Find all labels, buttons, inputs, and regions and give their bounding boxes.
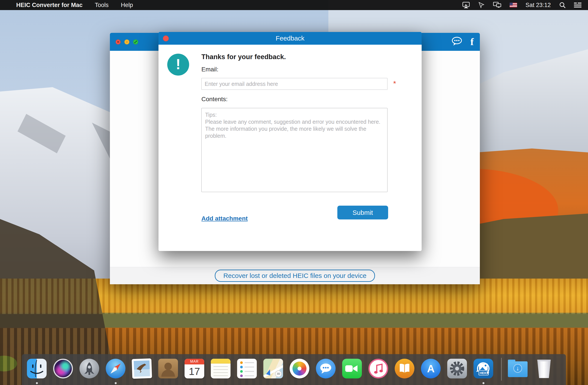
feedback-dialog: Feedback ! Thanks for your feedback. Ema… — [159, 32, 422, 251]
dock-icon-books[interactable] — [395, 359, 414, 378]
facebook-icon[interactable]: f — [470, 37, 474, 47]
main-window-footer: Recover lost or deleted HEIC files on yo… — [110, 267, 480, 284]
pointer-icon[interactable] — [478, 2, 485, 8]
feedback-dialog-titlebar[interactable]: Feedback — [159, 32, 422, 45]
menu-tools[interactable]: Tools — [95, 2, 108, 9]
contents-label: Contents: — [201, 96, 228, 103]
dock-icon-reminders[interactable] — [237, 359, 257, 378]
email-field[interactable] — [201, 78, 387, 90]
dock-icon-siri[interactable] — [53, 359, 73, 378]
spotlight-search-icon[interactable] — [559, 2, 566, 8]
display-mirroring-icon[interactable] — [462, 2, 470, 8]
dock-icon-messages[interactable] — [316, 359, 336, 378]
dock-icon-facetime[interactable] — [342, 359, 362, 378]
running-indicator-safari — [115, 382, 117, 384]
add-attachment-link[interactable]: Add attachment — [201, 215, 248, 222]
dock-icon-calendar[interactable]: MAR 17 — [185, 359, 204, 378]
dock-icon-safari[interactable] — [106, 359, 126, 378]
dock-icon-system-preferences[interactable] — [447, 359, 467, 378]
traffic-lights: ✕ − — [116, 40, 138, 44]
calendar-month: MAR — [185, 359, 204, 364]
dialog-heading: Thanks for your feedback. — [201, 53, 286, 61]
dock-icon-finder[interactable] — [27, 359, 47, 378]
close-window-button[interactable]: ✕ — [116, 40, 121, 44]
email-label: Email: — [201, 66, 218, 73]
zoom-window-button[interactable] — [133, 40, 138, 44]
app-menu-title[interactable]: HEIC Converter for Mac — [16, 2, 83, 9]
heic-badge: HEIC — [479, 370, 489, 375]
desktop: HEIC Converter for Mac Tools Help Sat 23… — [0, 0, 588, 385]
dock-icon-notes[interactable] — [211, 359, 231, 378]
dock-divider — [501, 358, 502, 381]
dock-icon-contacts[interactable] — [158, 359, 178, 378]
dock-icon-trash[interactable] — [534, 359, 554, 378]
dock-icon-mail[interactable] — [132, 359, 152, 378]
required-asterisk: * — [393, 79, 396, 88]
submit-button[interactable]: Submit — [337, 206, 388, 219]
dock-icon-heic-converter[interactable]: HEIC — [474, 359, 493, 378]
dock: MAR 17 3D — [22, 354, 566, 385]
us-flag-icon[interactable] — [510, 3, 517, 7]
dock-icon-itunes[interactable] — [368, 359, 388, 378]
dock-icon-photos[interactable] — [290, 359, 309, 378]
menu-help[interactable]: Help — [121, 2, 133, 9]
feedback-chat-icon[interactable] — [451, 36, 462, 47]
displays-icon[interactable] — [493, 2, 501, 8]
recover-heic-files-button[interactable]: Recover lost or deleted HEIC files on yo… — [215, 270, 375, 282]
menu-bar-clock[interactable]: Sat 23:12 — [525, 2, 551, 9]
dock-icon-app-store[interactable]: A — [421, 359, 441, 378]
notification-center-icon[interactable] — [574, 2, 581, 8]
menu-bar: HEIC Converter for Mac Tools Help Sat 23… — [0, 0, 588, 10]
calendar-day: 17 — [185, 364, 204, 378]
running-indicator-finder — [36, 382, 38, 384]
running-indicator-heic — [483, 382, 484, 384]
dock-icon-downloads[interactable]: ↓ — [508, 359, 527, 378]
exclamation-circle-icon: ! — [167, 54, 189, 76]
dock-icon-launchpad[interactable] — [80, 359, 99, 378]
dock-icon-maps[interactable]: 3D — [263, 359, 283, 378]
dialog-title: Feedback — [276, 35, 305, 42]
dialog-close-button[interactable] — [163, 36, 169, 41]
minimize-window-button[interactable]: − — [124, 40, 129, 44]
exclamation-glyph: ! — [176, 57, 181, 71]
contents-field[interactable] — [201, 108, 387, 192]
